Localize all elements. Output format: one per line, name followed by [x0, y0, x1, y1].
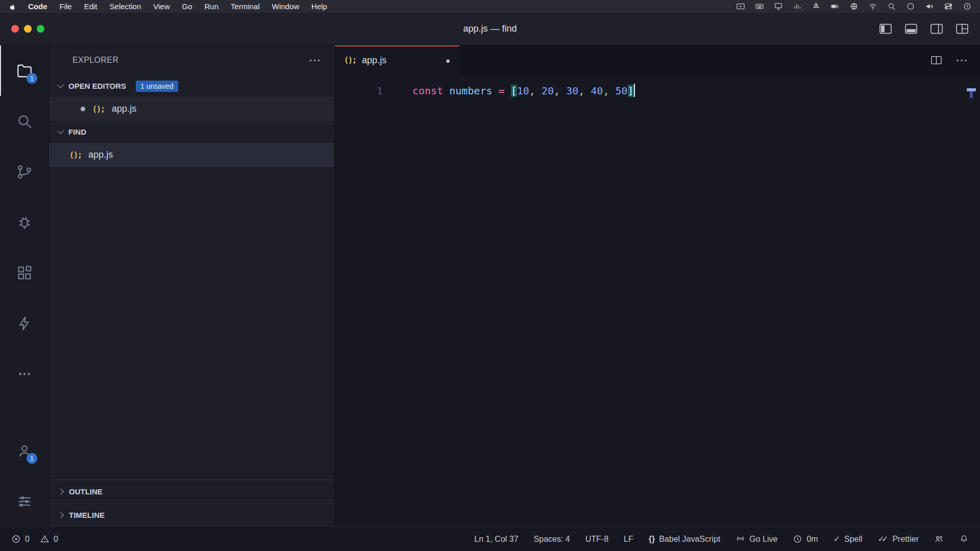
token-space — [493, 85, 499, 97]
time-tracker[interactable]: 0m — [793, 534, 818, 544]
cursor-position[interactable]: Ln 1, Col 37 — [474, 535, 518, 544]
code-editor[interactable]: 1 const numbers = [10, 20, 30, 40, 50] — [335, 75, 980, 527]
activity-extensions[interactable] — [0, 247, 48, 298]
modified-dot-icon[interactable] — [81, 107, 85, 111]
notifications-button[interactable] — [959, 534, 969, 544]
folder-section[interactable]: FIND — [49, 121, 334, 143]
volume-icon[interactable] — [925, 2, 934, 11]
menu-go[interactable]: Go — [182, 2, 192, 11]
tab-label: app.js — [362, 55, 386, 66]
accounts-badge: 1 — [27, 453, 37, 464]
menu-terminal[interactable]: Terminal — [231, 2, 260, 11]
activity-accounts[interactable]: 1 — [0, 425, 48, 476]
text-cursor — [634, 84, 635, 97]
keyboard-icon[interactable] — [755, 2, 764, 11]
siri-icon[interactable] — [906, 2, 915, 11]
errors-indicator[interactable]: 0 — [11, 534, 30, 544]
code-content: const numbers = [10, 20, 30, 40, 50] — [383, 81, 635, 101]
toggle-secondary-sidebar-icon[interactable] — [930, 23, 943, 34]
activity-thunder-client[interactable] — [0, 298, 48, 348]
menu-file[interactable]: File — [60, 2, 72, 11]
toggle-primary-sidebar-icon[interactable] — [879, 23, 892, 34]
token-number: 20 — [542, 85, 554, 97]
window-titlebar: app.js — find — [0, 13, 980, 45]
wifi-icon[interactable] — [868, 2, 877, 11]
window-title: app.js — find — [0, 23, 980, 34]
customize-layout-icon[interactable] — [955, 23, 969, 34]
vscode-window: Code File Edit Selection View Go Run Ter… — [0, 0, 980, 551]
chevron-right-icon — [57, 512, 64, 518]
activity-explorer[interactable]: 1 — [0, 45, 48, 96]
token-comma: , — [578, 85, 591, 97]
javascript-file-icon: (); — [92, 105, 105, 114]
spell-checker[interactable]: ✓ Spell — [834, 534, 863, 544]
double-check-icon: ✓✓ — [878, 534, 889, 544]
close-window-button[interactable] — [11, 25, 19, 33]
encoding-setting[interactable]: UTF-8 — [585, 535, 608, 544]
apple-logo-icon[interactable] — [8, 3, 16, 11]
activity-search[interactable] — [0, 96, 48, 146]
search-icon[interactable] — [887, 2, 896, 11]
language-mode[interactable]: {} Babel JavaScript — [649, 535, 721, 544]
token-number: 30 — [566, 85, 578, 97]
display-icon[interactable] — [774, 2, 783, 11]
control-center-icon[interactable] — [944, 2, 953, 11]
timeline-section[interactable]: TIMELINE — [49, 503, 334, 527]
go-live-button[interactable]: Go Live — [736, 534, 777, 544]
language-label: Babel JavaScript — [659, 535, 720, 544]
workbench: 1 1 — [0, 45, 980, 527]
menu-code[interactable]: Code — [28, 2, 47, 11]
menu-view[interactable]: View — [153, 2, 169, 11]
launcher-icon[interactable] — [812, 2, 821, 11]
split-editor-icon[interactable] — [930, 55, 942, 65]
menubar-status-icons — [736, 2, 972, 11]
file-label: app.js — [88, 149, 113, 160]
stats-icon[interactable] — [793, 2, 802, 11]
clock-icon[interactable] — [963, 2, 972, 11]
token-space — [443, 85, 449, 97]
problems-indicators[interactable]: 0 0 — [11, 534, 58, 544]
battery-icon[interactable] — [830, 2, 840, 11]
toggle-panel-icon[interactable] — [904, 23, 918, 34]
traffic-lights — [0, 25, 44, 33]
error-icon — [11, 534, 21, 544]
tab-appjs[interactable]: (); app.js ● — [335, 45, 460, 75]
live-share-button[interactable] — [934, 534, 944, 544]
line-number: 1 — [335, 81, 383, 101]
menu-selection[interactable]: Selection — [110, 2, 141, 11]
javascript-file-icon: (); — [69, 151, 82, 160]
more-dots-icon — [16, 365, 33, 383]
activity-more[interactable] — [0, 348, 48, 399]
menu-edit[interactable]: Edit — [84, 2, 97, 11]
menu-help[interactable]: Help — [311, 2, 327, 11]
indentation-setting[interactable]: Spaces: 4 — [534, 535, 570, 544]
menu-window[interactable]: Window — [272, 2, 299, 11]
prettier-status[interactable]: ✓✓ Prettier — [878, 534, 919, 544]
open-editor-item[interactable]: (); app.js — [49, 97, 334, 121]
editor-more-actions-icon[interactable]: ⋯ — [955, 54, 968, 66]
eol-setting[interactable]: LF — [624, 535, 633, 544]
token-close-bracket: ] — [628, 85, 634, 97]
chevron-down-icon — [57, 82, 64, 88]
activity-source-control[interactable] — [0, 146, 48, 197]
extensions-icon — [16, 264, 33, 282]
activity-settings[interactable] — [0, 476, 48, 527]
time-tracker-label: 0m — [806, 535, 818, 544]
minimize-window-button[interactable] — [24, 25, 32, 33]
input-source-icon[interactable] — [849, 2, 859, 11]
screen-mirroring-icon[interactable] — [736, 2, 745, 11]
timeline-label: TIMELINE — [69, 511, 105, 519]
tab-modified-dot-icon[interactable]: ● — [446, 56, 450, 65]
statusbar-right: Ln 1, Col 37 Spaces: 4 UTF-8 LF {} Babel… — [474, 534, 969, 544]
views-more-actions-icon[interactable]: ⋯ — [309, 54, 321, 66]
editor-actions: ⋯ — [930, 45, 980, 75]
folder-name-label: FIND — [68, 128, 86, 136]
activity-debug[interactable] — [0, 197, 48, 247]
code-line-1[interactable]: 1 const numbers = [10, 20, 30, 40, 50] — [335, 81, 980, 101]
outline-section[interactable]: OUTLINE — [49, 480, 334, 503]
warnings-indicator[interactable]: 0 — [40, 534, 58, 544]
open-editors-section[interactable]: OPEN EDITORS 1 unsaved — [49, 75, 334, 97]
menu-run[interactable]: Run — [205, 2, 219, 11]
file-item-appjs[interactable]: (); app.js — [49, 143, 334, 167]
zoom-window-button[interactable] — [37, 25, 44, 33]
